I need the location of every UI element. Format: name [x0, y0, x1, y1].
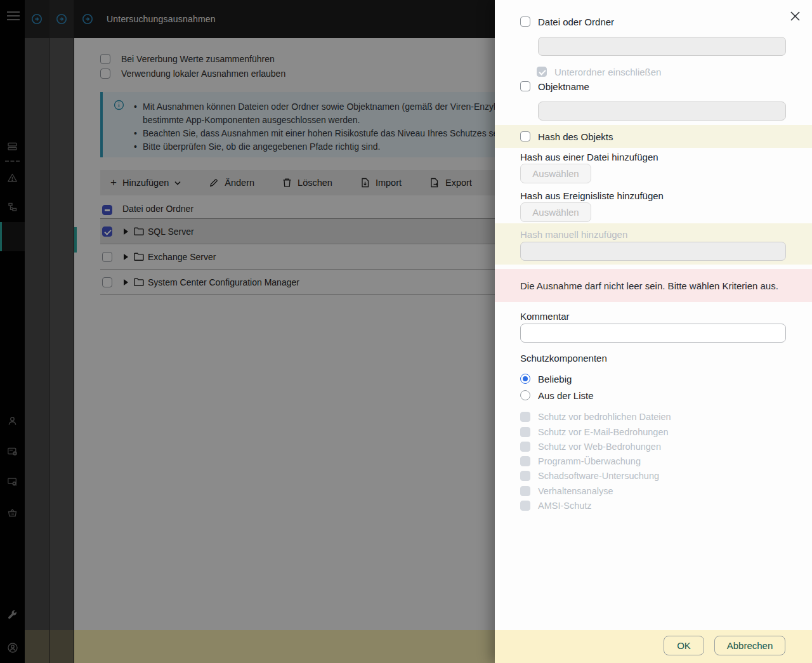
component-checkbox	[520, 412, 530, 422]
cancel-button[interactable]: Abbrechen	[714, 636, 785, 655]
hash-object-stripe: Hash des Objekts	[495, 125, 812, 148]
screen: Untersuchungsausnahmen Bei Vererbung Wer…	[0, 0, 812, 663]
hash-from-file-label: Hash aus einer Datei hinzufügen	[520, 152, 658, 162]
component-checkbox	[520, 501, 530, 511]
component-checkbox	[520, 442, 530, 452]
component-checkbox	[520, 471, 530, 481]
component-checkbox	[520, 486, 530, 496]
drawer-footer: OK Abbrechen	[495, 630, 812, 663]
file-or-folder-option[interactable]: Datei oder Ordner	[520, 16, 614, 27]
hash-object-option[interactable]: Hash des Objekts	[520, 131, 613, 142]
file-or-folder-input	[538, 37, 786, 56]
any-radio[interactable]	[520, 374, 530, 384]
choose-event-button: Auswählen	[520, 202, 591, 222]
object-name-checkbox[interactable]	[520, 81, 530, 91]
component-option: Verhaltensanalyse	[520, 485, 613, 496]
add-exclusion-drawer: Datei oder Ordner Unterordner einschließ…	[495, 0, 812, 663]
hash-manual-input	[520, 242, 786, 261]
file-or-folder-checkbox[interactable]	[520, 16, 530, 27]
component-option: Schutz vor bedrohlichen Dateien	[520, 411, 671, 422]
hash-object-checkbox[interactable]	[520, 131, 530, 141]
component-option: Schutz vor E-Mail-Bedrohungen	[520, 426, 669, 437]
component-option: AMSI-Schutz	[520, 500, 592, 511]
object-name-option[interactable]: Objektname	[520, 81, 589, 92]
protection-components-label: Schutzkomponenten	[520, 353, 607, 364]
object-name-input	[538, 102, 786, 121]
ok-button[interactable]: OK	[664, 636, 704, 655]
modal-backdrop	[0, 0, 495, 663]
from-list-radio[interactable]	[520, 390, 530, 400]
include-subfolders-checkbox	[537, 67, 547, 77]
comment-label: Kommentar	[520, 311, 570, 322]
comment-input[interactable]	[520, 324, 786, 343]
hash-manual-stripe: Hash manuell hinzufügen	[495, 223, 812, 265]
validation-error-bar: Die Ausnahme darf nicht leer sein. Bitte…	[495, 269, 812, 302]
component-option: Schadsoftware-Untersuchung	[520, 470, 659, 481]
include-subfolders-option: Unterordner einschließen	[537, 66, 661, 77]
component-option: Schutz vor Web-Bedrohungen	[520, 441, 661, 452]
validation-error-text: Die Ausnahme darf nicht leer sein. Bitte…	[520, 280, 778, 291]
protection-from-list-option[interactable]: Aus der Liste	[520, 390, 594, 401]
component-checkbox	[520, 427, 530, 437]
hash-from-events-label: Hash aus Ereignisliste hinzufügen	[520, 190, 664, 201]
hash-manual-label: Hash manuell hinzufügen	[520, 229, 627, 240]
choose-file-button: Auswählen	[520, 164, 591, 183]
component-option: Programm-Überwachung	[520, 456, 641, 466]
close-icon[interactable]	[790, 11, 802, 23]
component-checkbox	[520, 456, 530, 466]
protection-any-option[interactable]: Beliebig	[520, 373, 572, 384]
